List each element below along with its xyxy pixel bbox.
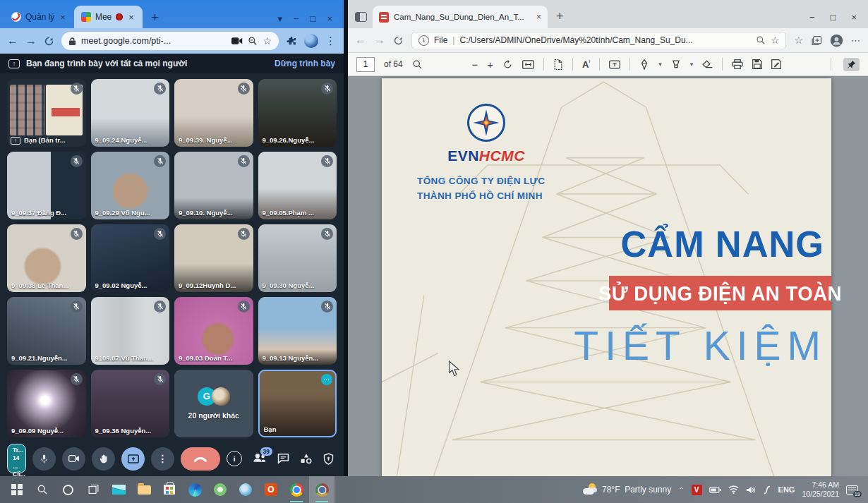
profile-avatar[interactable]	[304, 34, 318, 48]
reload-button[interactable]	[393, 35, 404, 46]
zoom-in-button[interactable]: +	[487, 59, 493, 70]
zoom-icon[interactable]	[756, 35, 766, 45]
self-video-tile[interactable]: ⋯Bạn	[258, 370, 337, 437]
zoom-icon[interactable]	[248, 36, 258, 46]
zoom-out-button[interactable]: −	[471, 59, 478, 70]
save-button[interactable]	[752, 59, 762, 69]
chrome-app-button[interactable]	[284, 476, 309, 503]
edge-menu-icon[interactable]: ⋯	[851, 35, 861, 46]
tray-v-app-icon[interactable]: V	[692, 485, 702, 495]
participant-tile[interactable]: 9_09.21.Nguyễn...	[7, 297, 86, 365]
tab-close-icon[interactable]: ×	[536, 12, 541, 22]
read-aloud-button[interactable]: A⁾	[582, 59, 590, 70]
camera-button[interactable]	[62, 447, 85, 471]
green-app-button[interactable]	[207, 476, 233, 503]
tab-quan-ly[interactable]: Quản lý ×	[4, 6, 74, 28]
cortana-button[interactable]	[55, 476, 80, 503]
participant-tile[interactable]: 9_09.13 Nguyễn...	[258, 297, 337, 365]
participant-tile[interactable]: 9_09.36 Nguyễn...	[91, 370, 170, 437]
microsoft-store-button[interactable]	[157, 476, 182, 503]
bookmark-star-icon[interactable]: ☆	[263, 35, 272, 47]
draw-pen-icon[interactable]	[639, 59, 649, 70]
close-button[interactable]: ×	[851, 12, 857, 23]
add-favorite-star-icon[interactable]: ☆	[771, 35, 780, 46]
add-text-button[interactable]	[609, 60, 620, 69]
meeting-details-chip[interactable]: Tr... 14 ... Cli...	[7, 444, 26, 473]
participant-tile[interactable]: 9_09.30 Nguyễ...	[258, 224, 337, 292]
back-button[interactable]: ←	[355, 35, 366, 46]
file-explorer-button[interactable]	[131, 476, 157, 503]
page-view-button[interactable]	[553, 59, 563, 70]
save-as-button[interactable]	[771, 59, 781, 69]
meeting-info-icon[interactable]: i	[227, 451, 242, 466]
participant-tile[interactable]: 9_09.05.Phạm ...	[258, 152, 337, 219]
activities-icon[interactable]	[300, 453, 313, 464]
participant-tile[interactable]: 9_09.24.Nguyễ...	[91, 79, 170, 147]
pdf-tab[interactable]: Cam_Nang_Su_Dung_Dien_An_T... ×	[373, 6, 548, 28]
participant-tile[interactable]: 9_09.12Huynh D...	[174, 224, 253, 292]
new-tab-button[interactable]: +	[143, 10, 167, 28]
rotate-button[interactable]	[502, 59, 513, 70]
fit-to-width-button[interactable]	[522, 60, 534, 69]
print-button[interactable]	[732, 59, 743, 69]
close-button[interactable]: ×	[327, 13, 332, 24]
extensions-puzzle-icon[interactable]	[286, 35, 297, 47]
weather-widget[interactable]: 78°F Partly sunny	[583, 485, 671, 495]
highlight-dropdown-icon[interactable]: ▾	[690, 61, 694, 68]
active-chrome-window-button[interactable]	[309, 476, 334, 503]
new-tab-button[interactable]: +	[548, 9, 572, 28]
present-screen-button[interactable]	[121, 447, 145, 471]
tab-close-icon[interactable]: ×	[59, 12, 67, 23]
raise-hand-button[interactable]	[92, 447, 115, 471]
participants-button[interactable]: 39	[253, 452, 267, 466]
forward-button[interactable]: →	[374, 35, 385, 46]
stop-presenting-button[interactable]: Dừng trình bày	[275, 59, 335, 68]
search-icon[interactable]	[412, 59, 423, 70]
notification-center-icon[interactable]: 19	[846, 485, 858, 495]
page-number-input[interactable]	[356, 57, 375, 72]
screen-share-tile[interactable]: Bạn (Bản tr...	[7, 79, 86, 147]
participant-tile[interactable]: 9_09.39. Nguyễ...	[174, 79, 253, 147]
profile-avatar[interactable]	[830, 34, 843, 47]
maximize-button[interactable]: □	[831, 12, 836, 23]
start-button[interactable]	[4, 476, 30, 503]
tab-close-icon[interactable]: ×	[127, 12, 135, 23]
tile-options-icon[interactable]: ⋯	[321, 374, 332, 385]
reload-button[interactable]	[44, 36, 54, 47]
participant-tile[interactable]: 9_09.38 Lê Than...	[7, 224, 86, 292]
participant-tile[interactable]: 9_09.07.Vũ Than...	[91, 297, 170, 365]
draw-dropdown-icon[interactable]: ▾	[658, 61, 662, 68]
collections-icon[interactable]	[811, 35, 822, 46]
participant-tile[interactable]: 9_09.26.Nguyễ...	[258, 79, 337, 147]
participant-tile[interactable]: 9_09.29 Võ Ngu...	[91, 152, 170, 219]
unikey-icon[interactable]	[763, 485, 771, 495]
others-count-tile[interactable]: G20 người khác	[174, 370, 253, 437]
forward-button[interactable]: →	[25, 35, 37, 47]
battery-icon[interactable]	[709, 486, 721, 494]
address-bar[interactable]: i File | C:/Users/ADMIN/OneDrive/Máy%20t…	[411, 32, 786, 49]
clock[interactable]: 7:46 AM 10/25/2021	[802, 480, 839, 499]
chrome-menu-icon[interactable]: ⋮	[325, 35, 337, 47]
camera-in-use-icon[interactable]	[231, 37, 243, 45]
edge-app-button[interactable]	[182, 476, 207, 503]
tab-meet[interactable]: Mee ×	[74, 6, 143, 28]
participant-tile[interactable]: 9_09.09 Nguyễ...	[7, 370, 86, 437]
minimize-button[interactable]: −	[809, 12, 815, 23]
pin-toolbar-button[interactable]	[843, 58, 860, 71]
speaker-icon[interactable]	[746, 485, 756, 495]
taskbar-search-button[interactable]	[30, 476, 55, 503]
chrome-profile-chevron-icon[interactable]: ▾	[277, 13, 282, 24]
tab-actions-icon[interactable]	[355, 12, 367, 22]
participant-tile[interactable]: 9_09.37 Đặng Đ...	[7, 152, 86, 219]
wifi-icon[interactable]	[728, 485, 739, 494]
maximize-button[interactable]: □	[311, 13, 316, 24]
chat-icon[interactable]	[277, 453, 289, 464]
back-button[interactable]: ←	[7, 35, 18, 47]
tray-overflow-chevron-icon[interactable]: ⌃	[678, 486, 684, 494]
office-app-button[interactable]: O	[258, 476, 284, 503]
participant-tile[interactable]: 9_09.02 Nguyễ...	[91, 224, 170, 292]
task-view-button[interactable]	[80, 476, 106, 503]
host-controls-shield-icon[interactable]	[323, 453, 334, 465]
erase-button[interactable]	[702, 60, 713, 69]
highlighter-icon[interactable]	[671, 59, 681, 70]
